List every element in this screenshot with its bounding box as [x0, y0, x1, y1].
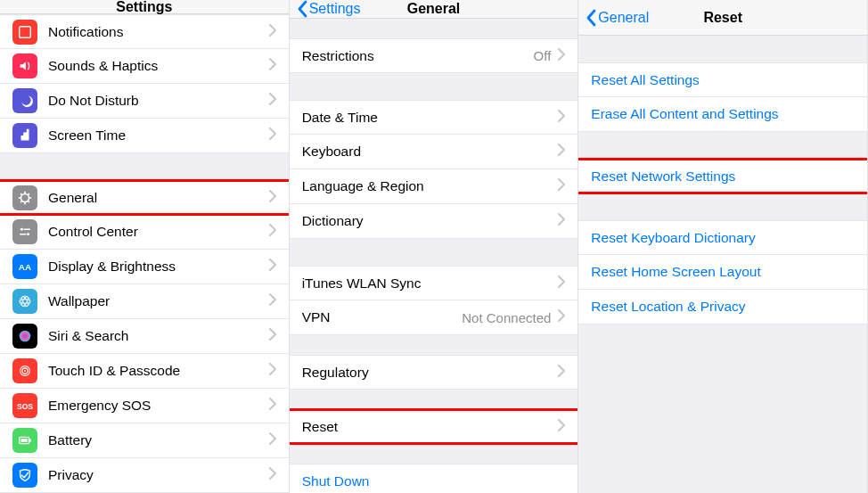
- chevron-right-icon: [558, 48, 565, 64]
- chevron-left-icon: [297, 0, 307, 18]
- row-vpn[interactable]: VPNNot Connected: [290, 300, 578, 335]
- row-keyboard[interactable]: Keyboard: [290, 135, 578, 169]
- row-label: Battery: [48, 432, 269, 448]
- display-icon: AA: [12, 254, 37, 279]
- row-reset-network-settings[interactable]: Reset Network Settings: [578, 159, 867, 193]
- screentime-icon: [12, 123, 37, 148]
- svg-point-16: [20, 300, 30, 304]
- row-reset-all-settings[interactable]: Reset All Settings: [578, 62, 867, 97]
- row-label: Notifications: [48, 24, 269, 40]
- row-label: Sounds & Haptics: [48, 58, 269, 74]
- general-icon: [12, 185, 37, 210]
- chevron-right-icon: [269, 24, 276, 40]
- row-label: Dictionary: [302, 213, 559, 229]
- row-label: Siri & Search: [48, 328, 269, 344]
- settings-row-privacy[interactable]: Privacy: [0, 458, 289, 493]
- chevron-right-icon: [269, 363, 276, 379]
- row-label: Regulatory: [302, 365, 559, 381]
- chevron-right-icon: [558, 213, 565, 229]
- svg-point-10: [20, 228, 23, 231]
- svg-text:AA: AA: [19, 262, 31, 272]
- row-reset[interactable]: Reset: [290, 409, 578, 444]
- back-label: Settings: [309, 1, 361, 17]
- chevron-right-icon: [269, 190, 276, 206]
- row-itunes-wlan-sync[interactable]: iTunes WLAN Sync: [290, 266, 578, 300]
- row-label: Language & Region: [302, 178, 559, 194]
- row-label: Control Center: [48, 224, 269, 240]
- touchid-icon: [12, 358, 37, 383]
- svg-text:SOS: SOS: [17, 402, 33, 411]
- row-label: Restrictions: [302, 48, 534, 64]
- row-reset-home-screen-layout[interactable]: Reset Home Screen Layout: [578, 255, 867, 290]
- svg-line-8: [28, 193, 29, 195]
- settings-row-touchid[interactable]: Touch ID & Passcode: [0, 354, 289, 389]
- settings-row-display[interactable]: AADisplay & Brightness: [0, 250, 289, 284]
- row-reset-location-privacy[interactable]: Reset Location & Privacy: [578, 290, 867, 325]
- row-label: Reset Home Screen Layout: [591, 264, 855, 280]
- svg-line-9: [20, 201, 22, 202]
- settings-row-screentime[interactable]: Screen Time: [0, 119, 289, 153]
- settings-row-general[interactable]: General: [0, 180, 289, 215]
- svg-line-6: [20, 193, 22, 195]
- settings-row-dnd[interactable]: Do Not Disturb: [0, 84, 289, 119]
- reset-panel: General Reset Reset All SettingsErase Al…: [578, 0, 868, 493]
- row-label: General: [48, 190, 269, 206]
- settings-root-panel: Settings NotificationsSounds & HapticsDo…: [0, 0, 290, 493]
- sos-icon: SOS: [12, 393, 37, 418]
- settings-row-siri[interactable]: Siri & Search: [0, 319, 289, 354]
- row-label: Reset All Settings: [591, 72, 855, 88]
- chevron-right-icon: [558, 144, 565, 160]
- row-label: Wallpaper: [48, 293, 269, 309]
- general-panel: Settings General RestrictionsOffDate & T…: [290, 0, 579, 493]
- row-label: Privacy: [48, 467, 269, 483]
- chevron-right-icon: [269, 398, 276, 414]
- back-button-general[interactable]: General: [585, 9, 649, 27]
- row-value: Not Connected: [462, 310, 551, 325]
- settings-row-wallpaper[interactable]: Wallpaper: [0, 284, 289, 319]
- row-label: VPN: [302, 309, 463, 325]
- row-language-region[interactable]: Language & Region: [290, 169, 578, 204]
- chevron-right-icon: [558, 419, 565, 435]
- chevron-right-icon: [558, 178, 565, 194]
- row-dictionary[interactable]: Dictionary: [290, 204, 578, 239]
- row-reset-keyboard-dictionary[interactable]: Reset Keyboard Dictionary: [578, 220, 867, 255]
- row-label: Screen Time: [48, 127, 269, 144]
- svg-rect-25: [29, 439, 31, 442]
- row-label: Reset: [302, 419, 559, 435]
- settings-row-sos[interactable]: SOSEmergency SOS: [0, 389, 289, 423]
- notifications-icon: [12, 20, 37, 45]
- row-label: Reset Location & Privacy: [591, 299, 855, 315]
- wallpaper-icon: [12, 289, 37, 314]
- row-shut-down[interactable]: Shut Down: [290, 464, 578, 493]
- svg-point-19: [20, 331, 31, 342]
- row-label: iTunes WLAN Sync: [302, 275, 559, 292]
- row-restrictions[interactable]: RestrictionsOff: [290, 38, 578, 73]
- chevron-right-icon: [558, 365, 565, 381]
- general-list: RestrictionsOffDate & TimeKeyboardLangua…: [290, 19, 578, 493]
- settings-row-battery[interactable]: Battery: [0, 423, 289, 458]
- svg-rect-0: [20, 26, 31, 37]
- chevron-right-icon: [269, 328, 276, 344]
- back-button-settings[interactable]: Settings: [297, 0, 361, 18]
- row-erase-all-content-and-settings[interactable]: Erase All Content and Settings: [578, 97, 867, 132]
- settings-row-sounds[interactable]: Sounds & Haptics: [0, 49, 289, 84]
- settings-row-control[interactable]: Control Center: [0, 215, 289, 250]
- navbar-settings: Settings: [0, 0, 289, 14]
- row-label: Emergency SOS: [48, 398, 269, 414]
- row-regulatory[interactable]: Regulatory: [290, 355, 578, 390]
- siri-icon: [12, 324, 37, 349]
- row-label: Display & Brightness: [48, 259, 269, 275]
- svg-line-7: [28, 201, 29, 202]
- chevron-left-icon: [585, 9, 596, 27]
- dnd-icon: [12, 88, 37, 113]
- row-date-time[interactable]: Date & Time: [290, 100, 578, 135]
- chevron-right-icon: [269, 293, 276, 309]
- chevron-right-icon: [269, 467, 276, 483]
- sounds-icon: [12, 53, 37, 78]
- page-title: Settings: [0, 0, 289, 15]
- chevron-right-icon: [558, 275, 565, 292]
- svg-point-22: [24, 370, 26, 372]
- control-icon: [12, 219, 37, 244]
- navbar-reset: General Reset: [578, 0, 867, 36]
- settings-row-notifications[interactable]: Notifications: [0, 14, 289, 49]
